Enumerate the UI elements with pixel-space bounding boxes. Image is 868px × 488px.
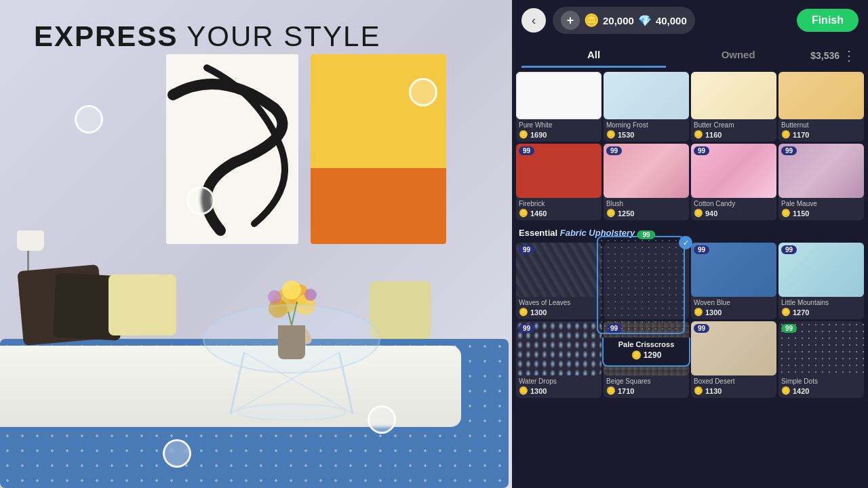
right-panel: ‹ + 🪙 20,000 💎 40,000 Finish All Owned $… bbox=[512, 0, 868, 488]
item-firebrick[interactable]: 99 Firebrick 🪙1460 bbox=[516, 144, 601, 220]
badge-cotton-candy: 99 bbox=[694, 146, 709, 155]
currency-box: + 🪙 20,000 💎 40,000 bbox=[553, 7, 695, 34]
finish-button[interactable]: Finish bbox=[797, 9, 859, 32]
item-thumb-water-drops: 99 bbox=[516, 321, 601, 375]
item-thumb-pale-mauve: 99 bbox=[778, 144, 864, 198]
item-cotton-candy[interactable]: 99 Cotton Candy 🪙940 bbox=[691, 144, 776, 220]
badge-pale-mauve: 99 bbox=[781, 146, 797, 155]
tooltip-badge: 99 bbox=[637, 230, 655, 239]
item-thumb-waves: 99 bbox=[516, 243, 601, 297]
item-info-morning-frost: Morning Frost 🪙1530 bbox=[604, 119, 689, 142]
currency2-value: 40,000 bbox=[656, 15, 687, 26]
svg-point-16 bbox=[237, 404, 346, 420]
badge-blush: 99 bbox=[606, 146, 622, 155]
interact-circle-1[interactable] bbox=[75, 105, 103, 134]
item-info-blush: Blush 🪙1250 bbox=[604, 198, 689, 220]
badge-little-mountains: 99 bbox=[781, 245, 797, 254]
glass-table bbox=[190, 298, 393, 420]
art-right-bottom bbox=[311, 168, 446, 244]
item-info-pure-white: Pure White 🪙1690 bbox=[516, 119, 601, 142]
item-thumb-woven-blue: 99 bbox=[691, 243, 776, 297]
item-pure-white[interactable]: Pure White 🪙1690 bbox=[516, 72, 601, 142]
tab-bar: All Owned $3,536 ⋮ bbox=[512, 41, 868, 68]
item-thumb-blush: 99 bbox=[604, 144, 689, 198]
item-butter-cream[interactable]: Butter Cream 🪙1160 bbox=[691, 72, 776, 142]
back-button[interactable]: ‹ bbox=[521, 8, 546, 33]
svg-point-6 bbox=[282, 281, 301, 300]
badge-boxed-desert: 99 bbox=[694, 324, 709, 333]
item-info-butter-cream: Butter Cream 🪙1160 bbox=[691, 119, 776, 142]
item-thumb-firebrick: 99 bbox=[516, 144, 601, 198]
item-thumb-pure-white bbox=[516, 72, 601, 119]
tab-all[interactable]: All bbox=[521, 43, 666, 68]
pale-crisscross-popup bbox=[597, 236, 685, 334]
tab-owned[interactable]: Owned bbox=[666, 43, 810, 68]
express-title: EXPRESS YOUR STYLE bbox=[34, 20, 380, 53]
top-bar: ‹ + 🪙 20,000 💎 40,000 Finish bbox=[512, 0, 868, 41]
item-boxed-desert[interactable]: 99 Boxed Desert 🪙1130 bbox=[691, 321, 776, 398]
item-thumb-butternut bbox=[778, 72, 864, 119]
item-woven-blue[interactable]: 99 Woven Blue 🪙1300 bbox=[691, 243, 776, 319]
item-waves-of-leaves[interactable]: 99 Waves of Leaves 🪙1300 bbox=[516, 243, 601, 319]
item-pale-crisscross[interactable]: 99 ✓ Pale Crisscross 🪙 1290 99 Pale Cris… bbox=[604, 243, 689, 319]
badge-water-drops: 99 bbox=[519, 324, 534, 333]
coin-icon: 🪙 bbox=[584, 13, 599, 28]
interact-circle-3[interactable] bbox=[409, 78, 437, 106]
balance-display: $3,536 bbox=[810, 45, 840, 66]
items-scroll-area[interactable]: Pure White 🪙1690 Morning Frost 🪙1530 But… bbox=[512, 68, 868, 488]
item-info-cotton-candy: Cotton Candy 🪙940 bbox=[691, 198, 776, 220]
item-info-boxed-desert: Boxed Desert 🪙1130 bbox=[691, 375, 776, 398]
svg-point-11 bbox=[203, 305, 380, 373]
item-blush[interactable]: 99 Blush 🪙1250 bbox=[604, 144, 689, 220]
item-info-water-drops: Water Drops 🪙1300 bbox=[516, 375, 601, 398]
item-thumb-simple-dots: 99 bbox=[778, 321, 864, 375]
item-info-pale-mauve: Pale Mauve 🪙1150 bbox=[778, 198, 864, 220]
item-info-waves: Waves of Leaves 🪙1300 bbox=[516, 297, 601, 319]
lamp-head bbox=[17, 230, 44, 251]
badge-waves: 99 bbox=[519, 245, 534, 254]
item-info-little-mountains: Little Mountains 🪙1270 bbox=[778, 297, 864, 319]
more-button[interactable]: ⋮ bbox=[840, 47, 859, 64]
tooltip-info: Pale Crisscross 🪙 1290 bbox=[602, 338, 690, 367]
item-thumb-cotton-candy: 99 bbox=[691, 144, 776, 198]
item-thumb-morning-frost bbox=[604, 72, 689, 119]
tooltip-name: Pale Crisscross bbox=[610, 340, 682, 348]
interact-circle-4[interactable] bbox=[368, 405, 396, 434]
item-thumb-boxed-desert: 99 bbox=[691, 321, 776, 375]
tooltip-coin-icon: 🪙 bbox=[631, 350, 642, 360]
items-grid: Pure White 🪙1690 Morning Frost 🪙1530 But… bbox=[516, 72, 864, 398]
cushion-yellow-1 bbox=[108, 274, 176, 336]
currency1-value: 20,000 bbox=[603, 15, 634, 26]
tooltip-price-row: 🪙 1290 bbox=[610, 350, 682, 360]
add-currency-button[interactable]: + bbox=[561, 11, 580, 30]
gem-icon: 💎 bbox=[638, 14, 652, 27]
badge-woven-blue: 99 bbox=[694, 245, 709, 254]
item-info-woven-blue: Woven Blue 🪙1300 bbox=[691, 297, 776, 319]
item-info-firebrick: Firebrick 🪙1460 bbox=[516, 198, 601, 220]
item-morning-frost[interactable]: Morning Frost 🪙1530 bbox=[604, 72, 689, 142]
item-pale-mauve[interactable]: 99 Pale Mauve 🪙1150 bbox=[778, 144, 864, 220]
item-simple-dots[interactable]: 99 Simple Dots 🪙1420 bbox=[778, 321, 864, 398]
art-right-top bbox=[311, 54, 446, 168]
badge-firebrick: 99 bbox=[519, 146, 534, 155]
item-thumb-butter-cream bbox=[691, 72, 776, 119]
item-butternut[interactable]: Butternut 🪙1170 bbox=[778, 72, 864, 142]
item-info-butternut: Butternut 🪙1170 bbox=[778, 119, 864, 142]
tooltip-price-value: 1290 bbox=[644, 350, 662, 360]
tooltip-check-icon: ✓ bbox=[679, 236, 692, 249]
item-info-simple-dots: Simple Dots 🪙1420 bbox=[778, 375, 864, 398]
interact-circle-5[interactable] bbox=[163, 439, 191, 468]
left-panel: EXPRESS YOUR STYLE bbox=[0, 0, 512, 488]
interact-circle-2[interactable] bbox=[186, 186, 215, 215]
item-little-mountains[interactable]: 99 Little Mountains 🪙1270 bbox=[778, 243, 864, 319]
item-water-drops[interactable]: 99 Water Drops 🪙1300 bbox=[516, 321, 601, 398]
badge-simple-dots: 99 bbox=[781, 324, 797, 333]
item-thumb-little-mountains: 99 bbox=[778, 243, 864, 297]
artwork-left bbox=[166, 54, 298, 244]
item-info-beige-squares: Beige Squares 🪙1710 bbox=[604, 375, 689, 398]
